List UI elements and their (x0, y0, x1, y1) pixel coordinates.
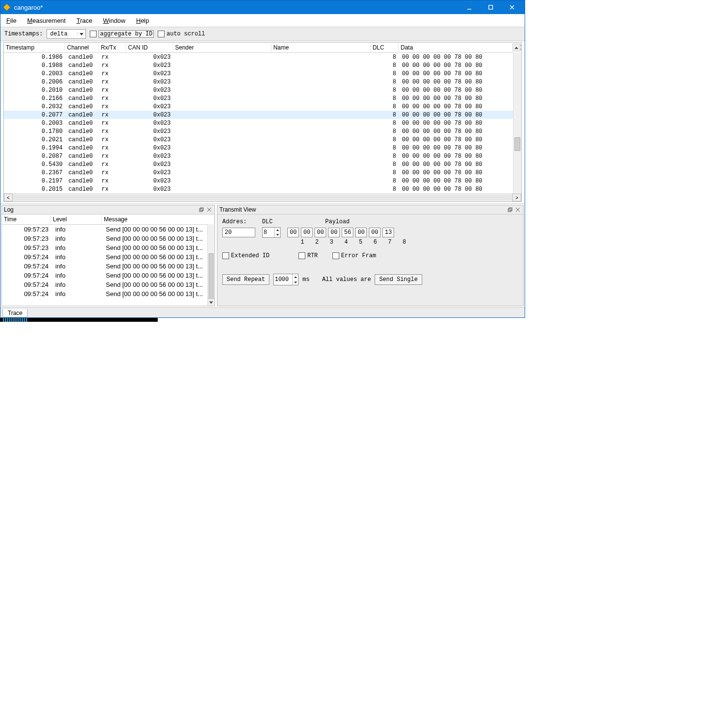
table-row[interactable]: 0.2087candle0rx0x023800 00 00 00 00 78 0… (4, 152, 521, 160)
list-item[interactable]: 09:57:24infoSend [00 00 00 00 56 00 00 1… (2, 252, 215, 262)
menu-file[interactable]: File (4, 16, 18, 25)
title-bar: cangaroo* (0, 0, 525, 14)
table-row[interactable]: 0.5430candle0rx0x023800 00 00 00 00 78 0… (4, 160, 521, 168)
payload-byte-2[interactable] (301, 228, 313, 237)
payload-byte-6[interactable] (355, 228, 367, 237)
repeat-ms-input[interactable] (274, 274, 292, 285)
rtr-checkbox[interactable]: RTR (298, 252, 318, 259)
aggregate-checkbox[interactable]: aggregate by ID (90, 30, 154, 38)
table-row[interactable]: 0.1994candle0rx0x023800 00 00 00 00 78 0… (4, 144, 521, 152)
scroll-down-icon[interactable] (208, 298, 215, 306)
payload-byte-4[interactable] (328, 228, 340, 237)
table-row[interactable]: 0.2003candle0rx0x023800 00 00 00 00 78 0… (4, 69, 521, 78)
table-row[interactable]: 0.2021candle0rx0x023800 00 00 00 00 78 0… (4, 135, 521, 144)
autoscroll-checkbox[interactable]: auto scroll (158, 31, 205, 37)
table-row[interactable]: 0.2077candle0rx0x023800 00 00 00 00 78 0… (4, 111, 521, 119)
table-row[interactable]: 0.2015candle0rx0x023800 00 00 00 00 78 0… (4, 185, 521, 193)
step-down-icon[interactable] (292, 280, 298, 285)
close-icon[interactable] (514, 206, 521, 213)
col-time[interactable]: Time (2, 215, 51, 224)
scrollbar-track[interactable] (13, 195, 513, 200)
col-data[interactable]: Data (398, 43, 517, 52)
payload-byte-7[interactable] (369, 228, 381, 237)
col-rxtx[interactable]: Rx/Tx (99, 43, 126, 52)
table-row[interactable]: 0.2197candle0rx0x023800 00 00 00 00 78 0… (4, 177, 521, 185)
undock-icon[interactable] (507, 206, 513, 213)
tab-trace[interactable]: Trace (2, 309, 28, 317)
bottom-split: Log Time Level Message 09:57:23infoSend … (0, 203, 525, 307)
list-item[interactable]: 09:57:24infoSend [00 00 00 00 56 00 00 1… (2, 271, 215, 280)
log-panel: Log Time Level Message 09:57:23infoSend … (1, 205, 215, 306)
col-level[interactable]: Level (51, 215, 102, 224)
log-title: Log (4, 206, 197, 213)
table-row[interactable]: 0.2166candle0rx0x023800 00 00 00 00 78 0… (4, 94, 521, 102)
svg-rect-2 (489, 5, 493, 9)
scroll-left-icon[interactable]: < (4, 194, 13, 201)
scroll-up-icon[interactable] (513, 44, 520, 51)
scrollbar-thumb[interactable] (514, 137, 520, 151)
table-row[interactable]: 0.2003candle0rx0x023800 00 00 00 00 78 0… (4, 119, 521, 127)
close-icon[interactable] (206, 206, 213, 213)
step-up-icon[interactable] (274, 228, 280, 232)
payload-byte-3[interactable] (314, 228, 326, 237)
log-vscrollbar[interactable] (207, 224, 215, 306)
send-repeat-button[interactable]: Send Repeat (222, 274, 269, 285)
payload-byte-8[interactable] (382, 228, 394, 237)
table-row[interactable]: 0.2367candle0rx0x023800 00 00 00 00 78 0… (4, 168, 521, 177)
checkbox-icon (222, 252, 229, 259)
minimize-button[interactable] (459, 0, 480, 14)
list-item[interactable]: 09:57:23infoSend [00 00 00 00 56 00 00 1… (2, 234, 215, 243)
list-item[interactable]: 09:57:24infoSend [00 00 00 00 56 00 00 1… (2, 262, 215, 271)
trace-table: Timestamp Channel Rx/Tx CAN ID Sender Na… (3, 42, 522, 202)
col-dlc[interactable]: DLC (371, 43, 399, 52)
payload-byte-5[interactable] (342, 228, 353, 237)
table-row[interactable]: 0.2010candle0rx0x023800 00 00 00 00 78 0… (4, 86, 521, 94)
maximize-button[interactable] (480, 0, 501, 14)
close-button[interactable] (501, 0, 523, 14)
step-down-icon[interactable] (274, 232, 280, 237)
col-canid[interactable]: CAN ID (126, 43, 173, 52)
table-row[interactable]: 0.2032candle0rx0x023800 00 00 00 00 78 0… (4, 102, 521, 111)
payload-byte-1[interactable] (287, 228, 299, 237)
list-item[interactable]: 09:57:23infoSend [00 00 00 00 56 00 00 1… (2, 243, 215, 252)
checkbox-icon (332, 252, 339, 259)
menu-help[interactable]: Help (134, 16, 151, 25)
trace-hscrollbar[interactable]: < > (4, 193, 521, 201)
scrollbar-thumb[interactable] (209, 253, 214, 302)
payload-label: Payload (325, 218, 349, 225)
address-input[interactable] (222, 228, 255, 237)
col-message[interactable]: Message (102, 215, 215, 224)
menu-trace[interactable]: Trace (74, 16, 94, 25)
menu-measurement[interactable]: Measurement (25, 16, 68, 25)
svg-marker-0 (3, 4, 10, 11)
log-body: 09:57:23infoSend [00 00 00 00 56 00 00 1… (2, 225, 215, 298)
dlc-input[interactable] (263, 228, 274, 237)
timestamps-combo[interactable]: delta (47, 29, 86, 39)
extended-id-checkbox[interactable]: Extended ID (222, 252, 269, 259)
col-timestamp[interactable]: Timestamp (4, 43, 65, 52)
table-row[interactable]: 0.1780candle0rx0x023800 00 00 00 00 78 0… (4, 127, 521, 135)
col-sender[interactable]: Sender (173, 43, 271, 52)
col-channel[interactable]: Channel (65, 43, 99, 52)
menu-window[interactable]: Window (101, 16, 127, 25)
table-row[interactable]: 0.1986candle0rx0x023800 00 00 00 00 78 0… (4, 53, 521, 61)
svg-rect-6 (200, 208, 203, 211)
undock-icon[interactable] (198, 206, 205, 213)
error-frame-checkbox[interactable]: Error Fram (332, 252, 376, 259)
dlc-stepper[interactable] (262, 227, 281, 238)
list-item[interactable]: 09:57:24infoSend [00 00 00 00 56 00 00 1… (2, 289, 215, 298)
table-row[interactable]: 0.2006candle0rx0x023800 00 00 00 00 78 0… (4, 78, 521, 86)
payload-indices: 12345678 (296, 239, 518, 246)
checkbox-icon (158, 31, 165, 37)
step-up-icon[interactable] (292, 274, 298, 280)
error-frame-label: Error Fram (341, 252, 376, 259)
scroll-right-icon[interactable]: > (513, 194, 521, 201)
list-item[interactable]: 09:57:23infoSend [00 00 00 00 56 00 00 1… (2, 225, 215, 234)
trace-vscrollbar[interactable] (513, 52, 521, 194)
toolbar: Timestamps: delta aggregate by ID auto s… (0, 27, 525, 41)
col-name[interactable]: Name (271, 43, 370, 52)
repeat-ms-stepper[interactable] (273, 274, 298, 285)
table-row[interactable]: 0.1988candle0rx0x023800 00 00 00 00 78 0… (4, 61, 521, 69)
list-item[interactable]: 09:57:24infoSend [00 00 00 00 56 00 00 1… (2, 280, 215, 289)
send-single-button[interactable]: Send Single (375, 274, 422, 285)
